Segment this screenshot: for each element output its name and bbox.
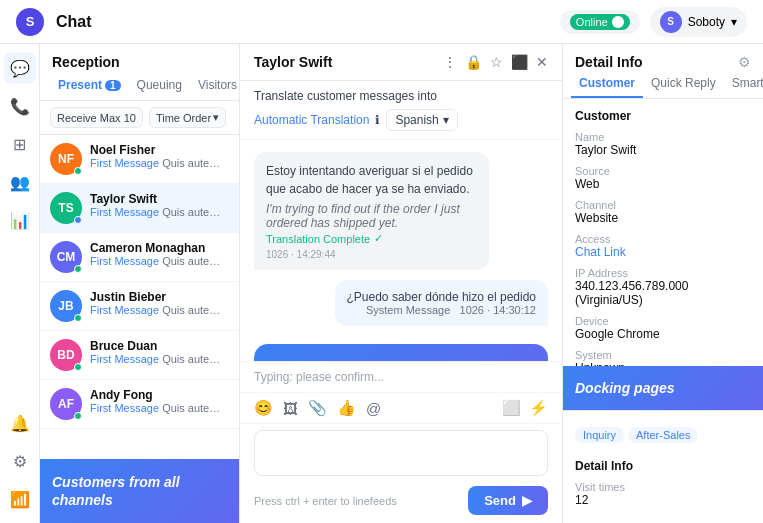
close-icon[interactable]: ✕ [536, 54, 548, 70]
star-icon[interactable]: ☆ [490, 54, 503, 70]
message-meta: 1026 · 14:29:44 [266, 249, 477, 260]
nav-chat-icon[interactable]: 💬 [4, 52, 36, 84]
thumbsup-icon[interactable]: 👍 [337, 399, 356, 417]
attachment-icon[interactable]: 📎 [308, 399, 327, 417]
tag[interactable]: After-Sales [628, 427, 698, 443]
more-icon[interactable]: ⋮ [443, 54, 457, 70]
online-status[interactable]: Online [560, 10, 640, 34]
tab-present[interactable]: Present 1 [52, 76, 127, 94]
detail-gear-icon[interactable]: ⚙ [738, 54, 751, 70]
lightning-icon[interactable]: ⚡ [529, 399, 548, 417]
chat-avatar: JB [50, 290, 82, 322]
at-icon[interactable]: @ [366, 400, 381, 417]
auto-translation-link[interactable]: Automatic Translation [254, 113, 369, 127]
preview-text: Quis autem vel eum l... [162, 255, 229, 267]
first-message-label: First Message [90, 255, 159, 267]
chevron-down-icon: ▾ [731, 15, 737, 29]
header-left: S Chat [16, 8, 92, 36]
nav-phone-icon[interactable]: 📞 [4, 90, 36, 122]
detail-tabs: Customer Quick Reply Smart Reply [563, 70, 763, 99]
detail-info2: Detail Info Visit times 12 [563, 451, 763, 523]
visit-times-value: 12 [575, 493, 751, 507]
chat-header: Taylor Swift ⋮ 🔒 ☆ ⬛ ✕ [240, 44, 562, 81]
system-label: System Message 1026 · 14:30:12 [347, 304, 536, 316]
nav-bell-icon[interactable]: 🔔 [4, 407, 36, 439]
message-text: Estoy intentando averiguar si el pedido … [266, 162, 477, 198]
chat-input[interactable] [254, 430, 548, 476]
receive-max-select[interactable]: Receive Max 10 [50, 107, 143, 128]
nav-settings-icon[interactable]: ⚙ [4, 445, 36, 477]
nav-chart-icon[interactable]: 📊 [4, 204, 36, 236]
toolbar-right: ⬜ ⚡ [502, 399, 548, 417]
user-menu[interactable]: S Soboty ▾ [650, 7, 747, 37]
language-select[interactable]: Spanish ▾ [386, 109, 457, 131]
chat-list-item[interactable]: BD Bruce Duan First Message Quis autem v… [40, 331, 239, 380]
detail-field: Source Web [575, 165, 751, 191]
chat-avatar: AF [50, 388, 82, 420]
cta-banner: Real-time assistance [254, 344, 548, 361]
status-dot [74, 363, 82, 371]
image-icon[interactable]: 🖼 [283, 400, 298, 417]
emoji-icon[interactable]: 😊 [254, 399, 273, 417]
info-icon: ℹ [375, 113, 380, 127]
first-message-label: First Message [90, 402, 159, 414]
time-order-select[interactable]: Time Order ▾ [149, 107, 226, 128]
preview-text: Quis autem vel eum l... [162, 353, 229, 365]
image2-icon[interactable]: ⬜ [502, 399, 521, 417]
tab-visitors[interactable]: Visitors [192, 76, 240, 94]
app-icon: S [16, 8, 44, 36]
chat-header-actions: ⋮ 🔒 ☆ ⬛ ✕ [443, 54, 548, 70]
tab-smart-reply[interactable]: Smart Reply [724, 70, 763, 98]
chat-info: Andy Fong First Message Quis autem vel e… [90, 388, 229, 414]
nav-wifi-icon[interactable]: 📶 [4, 483, 36, 515]
tag[interactable]: Inquiry [575, 427, 624, 443]
chat-list-item[interactable]: AF Andy Fong First Message Quis autem ve… [40, 380, 239, 429]
field-label: Name [575, 131, 751, 143]
chat-name: Taylor Swift [90, 192, 229, 206]
status-dot [74, 314, 82, 322]
chat-list-item[interactable]: CM Cameron Monaghan First Message Quis a… [40, 233, 239, 282]
tab-queuing[interactable]: Queuing [131, 76, 188, 94]
chat-name: Bruce Duan [90, 339, 229, 353]
tab-quick-reply[interactable]: Quick Reply [643, 70, 724, 98]
tags-row: InquiryAfter-Sales [575, 427, 751, 443]
chat-name: Noel Fisher [90, 143, 229, 157]
chat-info: Justin Bieber First Message Quis autem v… [90, 290, 229, 316]
field-label: Channel [575, 199, 751, 211]
export-icon[interactable]: ⬛ [511, 54, 528, 70]
chat-preview: First Message Quis autem vel eum l... [90, 255, 229, 267]
header-right: Online S Soboty ▾ [560, 7, 747, 37]
first-message-label: First Message [90, 353, 159, 365]
status-dot [74, 412, 82, 420]
chat-list-item[interactable]: JB Justin Bieber First Message Quis aute… [40, 282, 239, 331]
app-title: Chat [56, 13, 92, 31]
header: S Chat Online S Soboty ▾ [0, 0, 763, 44]
lock-icon[interactable]: 🔒 [465, 54, 482, 70]
chat-preview: First Message Quis autem vel eum l... [90, 304, 229, 316]
field-label: Access [575, 233, 751, 245]
nav-users-icon[interactable]: 👥 [4, 166, 36, 198]
chat-toolbar: 😊 🖼 📎 👍 @ ⬜ ⚡ [240, 393, 562, 424]
sidebar-title: Reception [52, 54, 227, 70]
chat-info: Cameron Monaghan First Message Quis aute… [90, 241, 229, 267]
send-arrow-icon: ▶ [522, 493, 532, 508]
chat-name: Justin Bieber [90, 290, 229, 304]
sidebar-filter: Receive Max 10 Time Order ▾ [40, 101, 239, 135]
chat-list-item[interactable]: NF Noel Fisher First Message Quis autem … [40, 135, 239, 184]
detail-header: Detail Info ⚙ [563, 44, 763, 70]
chat-avatar: CM [50, 241, 82, 273]
chevron-down-icon: ▾ [443, 113, 449, 127]
send-button[interactable]: Send ▶ [468, 486, 548, 515]
status-dot [74, 216, 82, 224]
check-icon: ✓ [374, 232, 383, 245]
chat-preview: First Message Quis autem vel eum l... [90, 206, 229, 218]
detail-field: IP Address 340.123.456.789.000 (Virginia… [575, 267, 751, 307]
detail-content: Customer Name Taylor Swift Source Web Ch… [563, 99, 763, 366]
online-toggle[interactable]: Online [570, 14, 630, 30]
preview-text: Quis autem vel eum l... [162, 402, 229, 414]
send-hint: Press ctrl + enter to linefeeds [254, 495, 397, 507]
tab-customer[interactable]: Customer [571, 70, 643, 98]
chat-list-item[interactable]: TS Taylor Swift First Message Quis autem… [40, 184, 239, 233]
nav-grid-icon[interactable]: ⊞ [4, 128, 36, 160]
sidebar-cta: Customers from all channels [40, 459, 239, 523]
